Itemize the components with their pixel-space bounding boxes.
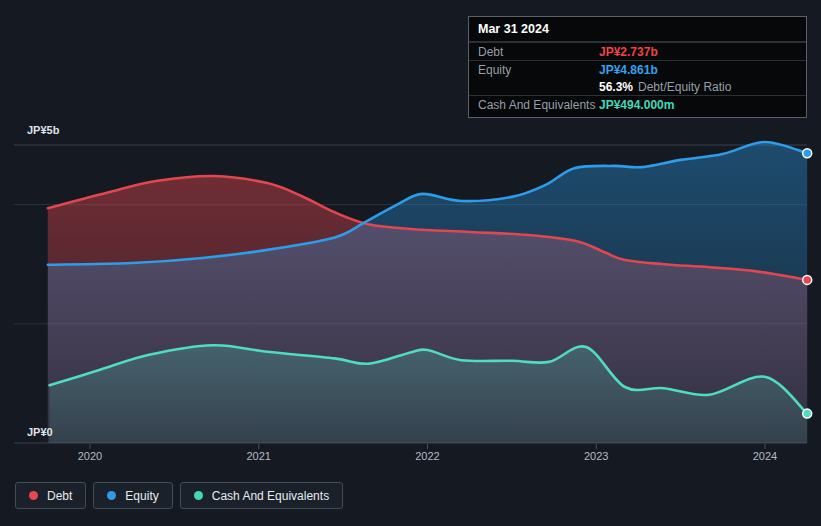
equity-legend-dot-icon <box>107 491 116 500</box>
x-axis: 20202021202220232024 <box>78 444 777 462</box>
y-axis-zero-label: JP¥0 <box>27 426 53 438</box>
x-axis-label: 2020 <box>78 450 102 462</box>
tooltip-cash-label: Cash And Equivalents <box>478 98 599 112</box>
debt-endpoint-marker <box>803 275 812 284</box>
legend-item-label: Equity <box>125 489 158 503</box>
tooltip-cash-value: JP¥494.000m <box>599 98 674 112</box>
chart-tooltip: Mar 31 2024 Debt JP¥2.737b Equity JP¥4.8… <box>468 16 807 118</box>
tooltip-date: Mar 31 2024 <box>469 17 806 42</box>
cash-legend-dot-icon <box>194 491 203 500</box>
tooltip-equity-row: Equity JP¥4.861b <box>469 60 806 78</box>
series-areas <box>48 142 807 443</box>
tooltip-ratio-text: Debt/Equity Ratio <box>638 80 731 94</box>
x-axis-label: 2023 <box>584 450 608 462</box>
tooltip-debt-row: Debt JP¥2.737b <box>469 42 806 60</box>
x-axis-label: 2024 <box>753 450 777 462</box>
tooltip-equity-value: JP¥4.861b <box>599 63 658 77</box>
debt-legend-dot-icon <box>29 491 38 500</box>
legend-item-label: Debt <box>47 489 72 503</box>
tooltip-cash-row: Cash And Equivalents JP¥494.000m <box>469 95 806 117</box>
legend-item-cash[interactable]: Cash And Equivalents <box>180 482 343 509</box>
equity-endpoint-marker <box>803 149 812 158</box>
x-axis-label: 2022 <box>415 450 439 462</box>
tooltip-equity-label: Equity <box>478 63 599 77</box>
cash-endpoint-marker <box>803 409 812 418</box>
debt-equity-history-chart: 20202021202220232024 JP¥5b JP¥0 Mar 31 2… <box>0 0 821 526</box>
tooltip-ratio-value: 56.3% <box>599 80 633 94</box>
legend-item-equity[interactable]: Equity <box>93 482 172 509</box>
legend-item-label: Cash And Equivalents <box>212 489 329 503</box>
y-axis-max-label: JP¥5b <box>27 124 60 136</box>
tooltip-ratio-row: 56.3% Debt/Equity Ratio <box>469 78 806 95</box>
tooltip-debt-value: JP¥2.737b <box>599 45 658 59</box>
chart-legend: Debt Equity Cash And Equivalents <box>15 482 343 509</box>
x-axis-label: 2021 <box>247 450 271 462</box>
tooltip-debt-label: Debt <box>478 45 599 59</box>
legend-item-debt[interactable]: Debt <box>15 482 86 509</box>
